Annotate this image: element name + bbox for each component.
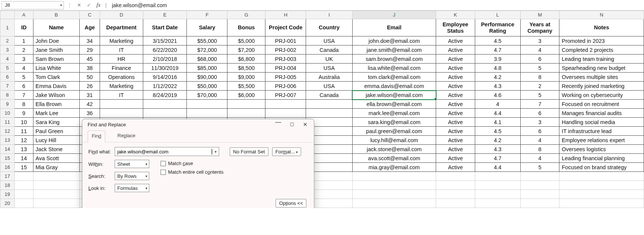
cell[interactable]: john.doe@email.com [352,36,436,45]
cell[interactable] [559,190,644,199]
cell[interactable] [520,190,559,199]
cell[interactable]: 14 [15,154,33,163]
column-header[interactable]: K [436,11,475,19]
cell[interactable] [352,190,436,199]
cell[interactable]: 1/12/2022 [143,82,187,91]
cell[interactable]: 4.4 [475,109,520,118]
cell[interactable] [15,199,33,208]
no-format-button[interactable]: No Format Set [230,147,268,156]
cell[interactable]: 4.1 [475,118,520,127]
cell[interactable]: Ava Scott [33,154,80,163]
cell[interactable]: Active [436,45,475,55]
cell[interactable] [436,172,475,181]
close-icon[interactable]: ✕ [302,121,309,127]
search-select[interactable]: By Rows▾ [115,172,149,180]
cell[interactable]: $9,000 [227,73,265,82]
cell[interactable]: Lucy Hill [33,136,80,145]
cell[interactable]: Active [436,91,475,100]
cell[interactable]: 6 [520,127,559,136]
cell[interactable] [265,100,306,109]
cell[interactable]: 4.3 [475,145,520,154]
cell[interactable]: Oversees logistics [559,145,644,154]
within-select[interactable]: Sheet▾ [115,160,149,168]
cell[interactable]: 26 [80,82,100,91]
cell[interactable]: 3/15/2021 [143,36,187,45]
cell[interactable]: $6,000 [227,91,265,100]
cell[interactable]: Active [436,36,475,45]
cell[interactable]: 6 [520,55,559,64]
accept-icon[interactable]: ✓ [85,2,92,8]
cell[interactable]: Salary [187,19,227,36]
column-header[interactable]: H [265,11,306,19]
cell[interactable] [15,190,33,199]
cell[interactable]: 2/10/2018 [143,55,187,64]
cell[interactable]: Handling social media [559,118,644,127]
cell[interactable]: 6/22/2020 [143,45,187,55]
find-what-field[interactable] [115,149,212,155]
cell[interactable] [475,181,520,190]
cell[interactable] [436,199,475,208]
chevron-down-icon[interactable]: ▾ [212,150,219,154]
cell[interactable]: ella.brown@email.com [352,100,436,109]
cell[interactable]: Emma Davis [33,82,80,91]
cell[interactable]: USA [306,36,353,45]
cell[interactable]: 7 [520,100,559,109]
tab-find[interactable]: Find [88,130,105,143]
cell[interactable]: 9/14/2016 [143,73,187,82]
column-header[interactable]: N [559,11,644,19]
column-header[interactable]: L [475,11,520,19]
cell[interactable]: PRJ-002 [265,45,306,55]
cell[interactable]: PRJ-003 [265,55,306,64]
cell[interactable] [475,172,520,181]
cell[interactable] [100,109,143,118]
cell[interactable]: 13 [15,145,33,154]
cell[interactable] [559,199,644,208]
cell[interactable]: 50 [80,73,100,82]
cell[interactable]: 6 [15,82,33,91]
cell[interactable]: Completed 2 projects [559,45,644,55]
cell[interactable]: Email [352,19,436,36]
cell[interactable]: Focused on recruitment [559,100,644,109]
cell[interactable]: Performance Rating [475,19,520,36]
tab-replace[interactable]: Replace [114,130,139,142]
cell[interactable]: Sara King [33,118,80,127]
cell[interactable] [520,199,559,208]
cell[interactable]: 4.5 [475,36,520,45]
cell[interactable]: 8 [520,73,559,82]
cell[interactable]: jack.stone@email.com [352,145,436,154]
cell[interactable]: $8,500 [227,64,265,73]
cell[interactable] [306,100,353,109]
cell[interactable]: Lisa White [33,64,80,73]
cell[interactable]: Mark Lee [33,109,80,118]
cell[interactable]: Project Code [265,19,306,36]
cell[interactable]: 6 [520,109,559,118]
cell[interactable]: 4 [475,100,520,109]
cell[interactable]: 34 [80,36,100,45]
cell[interactable]: 4 [15,64,33,73]
cell[interactable] [520,181,559,190]
cell[interactable] [227,109,265,118]
cell[interactable] [227,100,265,109]
cell[interactable] [143,100,187,109]
cell[interactable]: Marketing [100,36,143,45]
cell[interactable]: Australia [306,73,353,82]
cell[interactable]: $5,500 [227,82,265,91]
row-header[interactable]: 17 [0,172,15,181]
cell[interactable]: $68,000 [187,55,227,64]
cell[interactable] [143,109,187,118]
cell[interactable]: 36 [80,109,100,118]
cell[interactable]: 8 [15,100,33,109]
cell[interactable]: Canada [306,91,353,100]
column-header[interactable]: J [352,11,436,19]
cell[interactable]: 5 [520,64,559,73]
cell[interactable]: $85,000 [187,64,227,73]
cell[interactable]: $7,200 [227,45,265,55]
row-header[interactable]: 13 [0,136,15,145]
cell[interactable]: Employee relations expert [559,136,644,145]
cell[interactable]: $55,000 [187,36,227,45]
cell[interactable]: 31 [80,91,100,100]
cell[interactable]: Finance [100,64,143,73]
cell[interactable]: Operations [100,73,143,82]
row-header[interactable]: 6 [0,73,15,82]
cell[interactable]: 9 [15,109,33,118]
